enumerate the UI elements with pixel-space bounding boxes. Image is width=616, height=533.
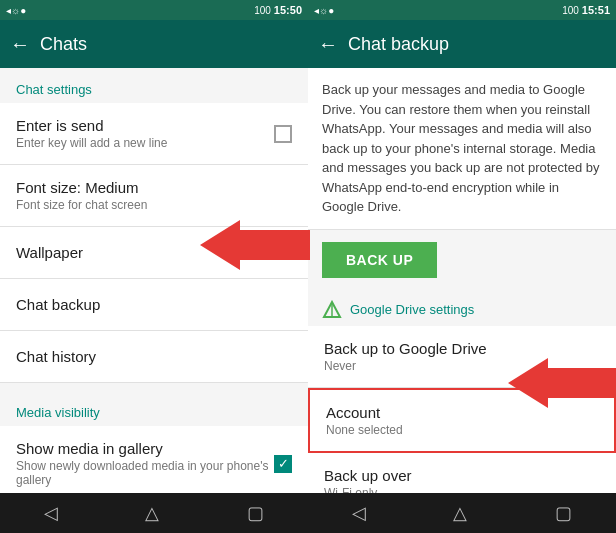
battery-icon: 100 bbox=[254, 5, 271, 16]
left-bottom-nav: ◁ △ ▢ bbox=[0, 493, 308, 533]
recent-nav-icon-left[interactable]: ▢ bbox=[247, 502, 264, 524]
left-top-bar: ← Chats bbox=[0, 20, 308, 68]
wallpaper-title: Wallpaper bbox=[16, 244, 292, 261]
right-status-left-icons: ◂☼● bbox=[314, 5, 334, 16]
google-drive-icon bbox=[322, 300, 342, 320]
left-status-left-icons: ◂☼● bbox=[6, 5, 26, 16]
enter-is-send-item[interactable]: Enter is send Enter key will add a new l… bbox=[0, 103, 308, 165]
left-time: 15:50 bbox=[274, 4, 302, 16]
account-item[interactable]: Account None selected bbox=[308, 388, 616, 453]
left-phone-panel: ◂☼● 100 15:50 ← Chats Chat settings Ente… bbox=[0, 0, 308, 533]
left-status-right-icons: 100 15:50 bbox=[254, 4, 302, 16]
chat-settings-header: Chat settings bbox=[0, 68, 308, 103]
wallpaper-item[interactable]: Wallpaper bbox=[0, 227, 308, 279]
font-size-subtitle: Font size for chat screen bbox=[16, 198, 292, 212]
back-button-left[interactable]: ← bbox=[10, 33, 30, 56]
left-status-bar: ◂☼● 100 15:50 bbox=[0, 0, 308, 20]
enter-is-send-checkbox[interactable] bbox=[274, 125, 292, 143]
enter-is-send-subtitle: Enter key will add a new line bbox=[16, 136, 274, 150]
font-size-title: Font size: Medium bbox=[16, 179, 292, 196]
signal-icon: ◂☼● bbox=[6, 5, 26, 16]
backup-over-item[interactable]: Back up over Wi-Fi only bbox=[308, 453, 616, 494]
media-visibility-header: Media visibility bbox=[0, 391, 308, 426]
backup-over-title: Back up over bbox=[324, 467, 600, 484]
back-nav-icon-left[interactable]: ◁ bbox=[44, 502, 58, 524]
font-size-item[interactable]: Font size: Medium Font size for chat scr… bbox=[0, 165, 308, 227]
account-subtitle: None selected bbox=[326, 423, 598, 437]
show-media-subtitle: Show newly downloaded media in your phon… bbox=[16, 459, 274, 487]
google-drive-label: Google Drive settings bbox=[350, 302, 474, 317]
backup-over-subtitle: Wi-Fi only bbox=[324, 486, 600, 494]
right-page-title: Chat backup bbox=[348, 34, 449, 55]
show-media-item[interactable]: Show media in gallery Show newly downloa… bbox=[0, 426, 308, 493]
recent-nav-icon-right[interactable]: ▢ bbox=[555, 502, 572, 524]
backup-button[interactable]: BACK UP bbox=[322, 242, 437, 278]
section-gap-1 bbox=[0, 383, 308, 391]
backup-to-drive-title: Back up to Google Drive bbox=[324, 340, 600, 357]
right-status-bar: ◂☼● 100 15:51 bbox=[308, 0, 616, 20]
left-page-title: Chats bbox=[40, 34, 87, 55]
show-media-title: Show media in gallery bbox=[16, 440, 274, 457]
chat-history-item[interactable]: Chat history bbox=[0, 331, 308, 383]
home-nav-icon-right[interactable]: △ bbox=[453, 502, 467, 524]
backup-to-drive-subtitle: Never bbox=[324, 359, 600, 373]
chat-backup-title: Chat backup bbox=[16, 296, 292, 313]
back-button-right[interactable]: ← bbox=[318, 33, 338, 56]
backup-description: Back up your messages and media to Googl… bbox=[308, 68, 616, 230]
right-battery-icon: 100 bbox=[562, 5, 579, 16]
enter-is-send-title: Enter is send bbox=[16, 117, 274, 134]
right-content: Back up your messages and media to Googl… bbox=[308, 68, 616, 493]
chat-history-title: Chat history bbox=[16, 348, 292, 365]
right-status-right-icons: 100 15:51 bbox=[562, 4, 610, 16]
right-signal-icon: ◂☼● bbox=[314, 5, 334, 16]
right-phone-panel: ◂☼● 100 15:51 ← Chat backup Back up your… bbox=[308, 0, 616, 533]
google-drive-section-header: Google Drive settings bbox=[308, 290, 616, 326]
backup-to-drive-item[interactable]: Back up to Google Drive Never bbox=[308, 326, 616, 388]
show-media-checkbox[interactable]: ✓ bbox=[274, 455, 292, 473]
right-top-bar: ← Chat backup bbox=[308, 20, 616, 68]
account-title: Account bbox=[326, 404, 598, 421]
right-bottom-nav: ◁ △ ▢ bbox=[308, 493, 616, 533]
left-content: Chat settings Enter is send Enter key wi… bbox=[0, 68, 308, 493]
chat-backup-item[interactable]: Chat backup bbox=[0, 279, 308, 331]
right-time: 15:51 bbox=[582, 4, 610, 16]
back-nav-icon-right[interactable]: ◁ bbox=[352, 502, 366, 524]
home-nav-icon-left[interactable]: △ bbox=[145, 502, 159, 524]
